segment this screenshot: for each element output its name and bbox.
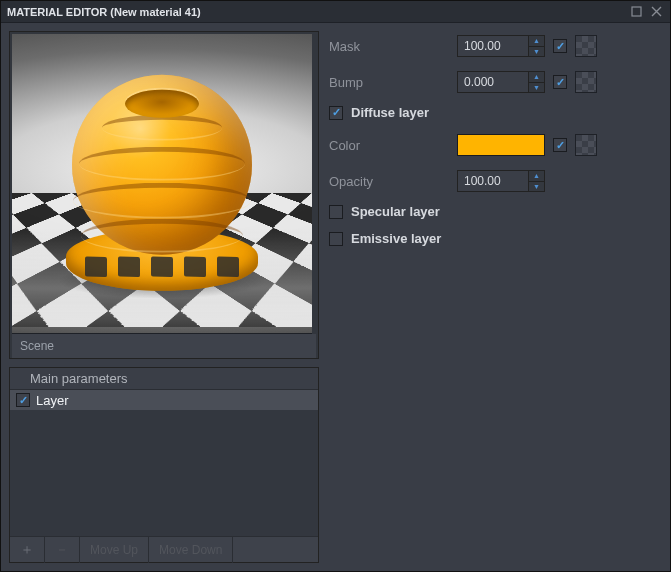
specular-layer-label: Specular layer [351, 204, 440, 219]
mask-texture-slot[interactable] [575, 35, 597, 57]
layer-item-label: Layer [36, 393, 69, 408]
mask-input[interactable] [458, 36, 528, 56]
material-preview[interactable] [12, 34, 312, 334]
preview-panel: Scene [9, 31, 319, 359]
maximize-icon[interactable] [628, 4, 644, 20]
bump-link-checkbox[interactable] [553, 75, 567, 89]
layer-toolbar: ＋ － Move Up Move Down [10, 536, 318, 562]
mask-spin-up[interactable]: ▲ [529, 36, 544, 47]
opacity-input[interactable] [458, 171, 528, 191]
opacity-label: Opacity [329, 174, 449, 189]
close-icon[interactable] [648, 4, 664, 20]
move-up-button[interactable]: Move Up [80, 537, 149, 563]
layer-list[interactable]: Layer [10, 390, 318, 536]
color-swatch[interactable] [457, 134, 545, 156]
bump-spin-up[interactable]: ▲ [529, 72, 544, 83]
diffuse-layer-label: Diffuse layer [351, 105, 429, 120]
mask-label: Mask [329, 39, 449, 54]
svg-rect-0 [632, 7, 641, 16]
preview-footer: Scene [12, 334, 316, 358]
preview-scene-label: Scene [20, 339, 54, 353]
layer-item[interactable]: Layer [10, 390, 318, 410]
color-link-checkbox[interactable] [553, 138, 567, 152]
emissive-layer-checkbox[interactable] [329, 232, 343, 246]
main-parameters-header: Main parameters [10, 368, 318, 390]
remove-layer-button[interactable]: － [45, 537, 80, 563]
specular-layer-checkbox[interactable] [329, 205, 343, 219]
main-parameters-panel: Main parameters Layer ＋ － Move Up Move D… [9, 367, 319, 563]
bump-spin-down[interactable]: ▼ [529, 83, 544, 93]
window-title: MATERIAL EDITOR (New material 41) [7, 6, 628, 18]
bump-texture-slot[interactable] [575, 71, 597, 93]
color-texture-slot[interactable] [575, 134, 597, 156]
layer-item-checkbox[interactable] [16, 393, 30, 407]
emissive-layer-label: Emissive layer [351, 231, 441, 246]
bump-label: Bump [329, 75, 449, 90]
color-label: Color [329, 138, 449, 153]
bump-input[interactable] [458, 72, 528, 92]
mask-spinner[interactable]: ▲ ▼ [457, 35, 545, 57]
properties-panel: Mask ▲ ▼ Bump ▲ ▼ [329, 31, 662, 563]
bump-spinner[interactable]: ▲ ▼ [457, 71, 545, 93]
opacity-spinner[interactable]: ▲ ▼ [457, 170, 545, 192]
material-editor-window: MATERIAL EDITOR (New material 41) [0, 0, 671, 572]
diffuse-layer-checkbox[interactable] [329, 106, 343, 120]
titlebar: MATERIAL EDITOR (New material 41) [1, 1, 670, 23]
opacity-spin-up[interactable]: ▲ [529, 171, 544, 182]
mask-link-checkbox[interactable] [553, 39, 567, 53]
mask-spin-down[interactable]: ▼ [529, 47, 544, 57]
add-layer-button[interactable]: ＋ [10, 537, 45, 563]
opacity-spin-down[interactable]: ▼ [529, 182, 544, 192]
move-down-button[interactable]: Move Down [149, 537, 233, 563]
